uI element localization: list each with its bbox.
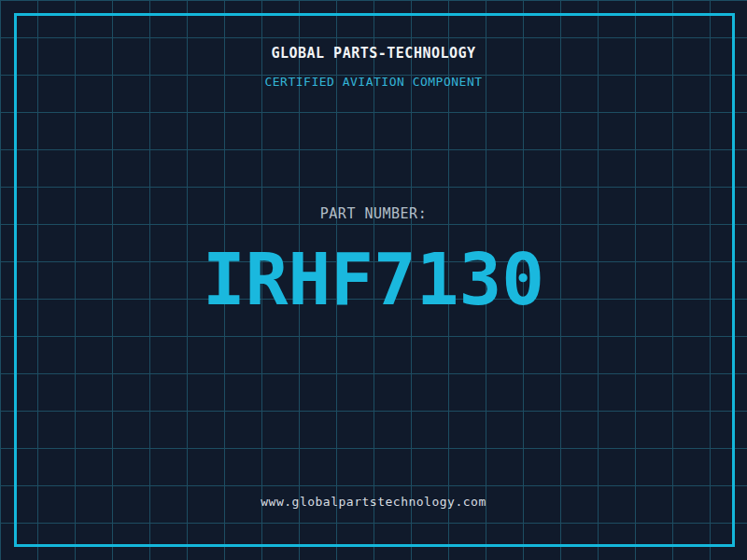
certificate-card: GLOBAL PARTS-TECHNOLOGY CERTIFIED AVIATI…	[0, 0, 747, 560]
company-title: GLOBAL PARTS-TECHNOLOGY	[0, 46, 747, 61]
part-number-label: PART NUMBER:	[0, 206, 747, 221]
certification-subtitle: CERTIFIED AVIATION COMPONENT	[0, 76, 747, 89]
website-url: www.globalpartstechnology.com	[0, 495, 747, 509]
part-number-value: IRHF7130	[0, 245, 747, 315]
